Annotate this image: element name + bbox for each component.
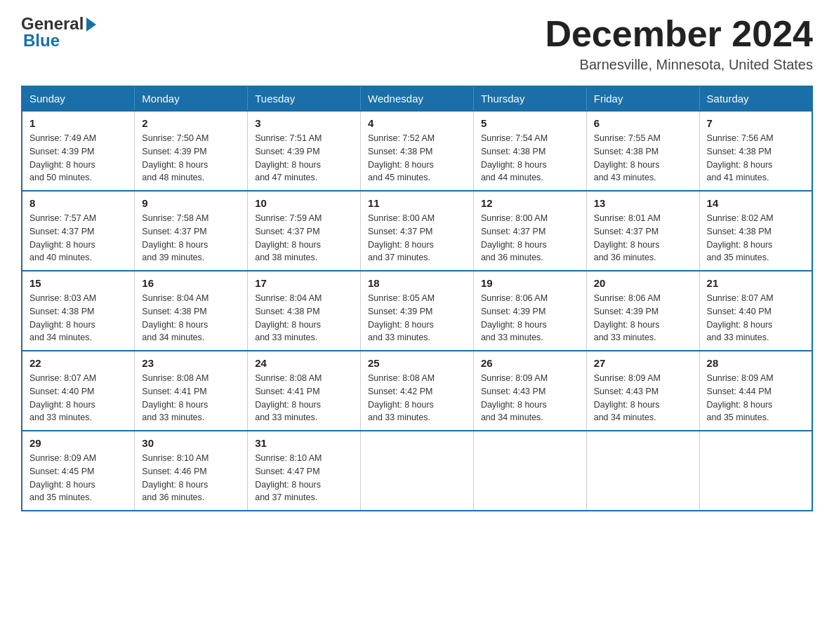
day-info: Sunrise: 7:49 AMSunset: 4:39 PMDaylight:… [29, 132, 127, 185]
day-info: Sunrise: 8:09 AMSunset: 4:45 PMDaylight:… [29, 452, 127, 504]
day-info: Sunrise: 7:52 AMSunset: 4:38 PMDaylight:… [368, 132, 466, 185]
day-number: 25 [368, 357, 466, 369]
calendar-header-row: Sunday Monday Tuesday Wednesday Thursday… [22, 86, 812, 111]
logo: General Blue [21, 14, 96, 51]
location-subtitle: Barnesville, Minnesota, United States [545, 57, 813, 73]
day-number: 10 [255, 197, 353, 209]
calendar-week-row: 15 Sunrise: 8:03 AMSunset: 4:38 PMDaylig… [22, 271, 812, 351]
calendar-week-row: 22 Sunrise: 8:07 AMSunset: 4:40 PMDaylig… [22, 351, 812, 431]
calendar-day-cell: 25 Sunrise: 8:08 AMSunset: 4:42 PMDaylig… [361, 351, 474, 431]
month-title: December 2024 [545, 14, 813, 54]
day-number: 15 [29, 277, 127, 289]
day-info: Sunrise: 8:00 AMSunset: 4:37 PMDaylight:… [481, 212, 579, 264]
calendar-day-cell: 9 Sunrise: 7:58 AMSunset: 4:37 PMDayligh… [135, 191, 248, 271]
day-number: 17 [255, 277, 353, 289]
day-info: Sunrise: 8:06 AMSunset: 4:39 PMDaylight:… [594, 292, 692, 344]
day-info: Sunrise: 7:56 AMSunset: 4:38 PMDaylight:… [707, 132, 805, 185]
calendar-day-cell: 26 Sunrise: 8:09 AMSunset: 4:43 PMDaylig… [473, 351, 586, 431]
calendar-week-row: 8 Sunrise: 7:57 AMSunset: 4:37 PMDayligh… [22, 191, 812, 271]
day-number: 31 [255, 437, 353, 449]
day-info: Sunrise: 8:09 AMSunset: 4:43 PMDaylight:… [481, 372, 579, 424]
calendar-day-cell: 21 Sunrise: 8:07 AMSunset: 4:40 PMDaylig… [699, 271, 812, 351]
calendar-day-cell: 7 Sunrise: 7:56 AMSunset: 4:38 PMDayligh… [699, 111, 812, 191]
col-tuesday: Tuesday [248, 86, 361, 111]
day-number: 1 [29, 117, 127, 129]
calendar-day-cell: 19 Sunrise: 8:06 AMSunset: 4:39 PMDaylig… [473, 271, 586, 351]
day-info: Sunrise: 8:00 AMSunset: 4:37 PMDaylight:… [368, 212, 466, 264]
day-number: 2 [142, 117, 240, 129]
day-number: 4 [368, 117, 466, 129]
calendar-day-cell [699, 431, 812, 511]
day-number: 6 [594, 117, 692, 129]
calendar-day-cell: 15 Sunrise: 8:03 AMSunset: 4:38 PMDaylig… [22, 271, 135, 351]
calendar-day-cell: 8 Sunrise: 7:57 AMSunset: 4:37 PMDayligh… [22, 191, 135, 271]
day-number: 27 [594, 357, 692, 369]
day-number: 13 [594, 197, 692, 209]
day-number: 18 [368, 277, 466, 289]
day-info: Sunrise: 7:55 AMSunset: 4:38 PMDaylight:… [594, 132, 692, 185]
calendar-day-cell [586, 431, 699, 511]
col-friday: Friday [586, 86, 699, 111]
calendar-day-cell [473, 431, 586, 511]
calendar-day-cell: 1 Sunrise: 7:49 AMSunset: 4:39 PMDayligh… [22, 111, 135, 191]
calendar-day-cell: 27 Sunrise: 8:09 AMSunset: 4:43 PMDaylig… [586, 351, 699, 431]
day-info: Sunrise: 7:57 AMSunset: 4:37 PMDaylight:… [29, 212, 127, 264]
day-info: Sunrise: 8:10 AMSunset: 4:47 PMDaylight:… [255, 452, 353, 504]
page-header: General Blue December 2024 Barnesville, … [21, 14, 813, 73]
day-number: 12 [481, 197, 579, 209]
col-saturday: Saturday [699, 86, 812, 111]
calendar-day-cell: 13 Sunrise: 8:01 AMSunset: 4:37 PMDaylig… [586, 191, 699, 271]
day-number: 29 [29, 437, 127, 449]
day-number: 19 [481, 277, 579, 289]
calendar-day-cell: 31 Sunrise: 8:10 AMSunset: 4:47 PMDaylig… [248, 431, 361, 511]
calendar-day-cell: 22 Sunrise: 8:07 AMSunset: 4:40 PMDaylig… [22, 351, 135, 431]
day-info: Sunrise: 8:07 AMSunset: 4:40 PMDaylight:… [707, 292, 805, 344]
logo-blue-text: Blue [23, 31, 96, 51]
day-info: Sunrise: 8:08 AMSunset: 4:42 PMDaylight:… [368, 372, 466, 424]
day-number: 26 [481, 357, 579, 369]
calendar-day-cell: 24 Sunrise: 8:08 AMSunset: 4:41 PMDaylig… [248, 351, 361, 431]
day-info: Sunrise: 8:09 AMSunset: 4:43 PMDaylight:… [594, 372, 692, 424]
day-number: 5 [481, 117, 579, 129]
day-number: 16 [142, 277, 240, 289]
col-monday: Monday [135, 86, 248, 111]
day-info: Sunrise: 8:08 AMSunset: 4:41 PMDaylight:… [142, 372, 240, 424]
day-info: Sunrise: 8:02 AMSunset: 4:38 PMDaylight:… [707, 212, 805, 264]
calendar-day-cell: 11 Sunrise: 8:00 AMSunset: 4:37 PMDaylig… [361, 191, 474, 271]
day-info: Sunrise: 7:50 AMSunset: 4:39 PMDaylight:… [142, 132, 240, 185]
calendar-day-cell: 5 Sunrise: 7:54 AMSunset: 4:38 PMDayligh… [473, 111, 586, 191]
day-info: Sunrise: 8:04 AMSunset: 4:38 PMDaylight:… [142, 292, 240, 344]
calendar-day-cell: 29 Sunrise: 8:09 AMSunset: 4:45 PMDaylig… [22, 431, 135, 511]
calendar-day-cell: 18 Sunrise: 8:05 AMSunset: 4:39 PMDaylig… [361, 271, 474, 351]
day-info: Sunrise: 8:04 AMSunset: 4:38 PMDaylight:… [255, 292, 353, 344]
day-info: Sunrise: 8:06 AMSunset: 4:39 PMDaylight:… [481, 292, 579, 344]
day-info: Sunrise: 7:51 AMSunset: 4:39 PMDaylight:… [255, 132, 353, 185]
logo-arrow-icon [86, 18, 96, 32]
day-info: Sunrise: 8:09 AMSunset: 4:44 PMDaylight:… [707, 372, 805, 424]
calendar-week-row: 1 Sunrise: 7:49 AMSunset: 4:39 PMDayligh… [22, 111, 812, 191]
day-number: 3 [255, 117, 353, 129]
day-number: 30 [142, 437, 240, 449]
day-number: 14 [707, 197, 805, 209]
calendar-table: Sunday Monday Tuesday Wednesday Thursday… [21, 86, 813, 511]
day-info: Sunrise: 8:10 AMSunset: 4:46 PMDaylight:… [142, 452, 240, 504]
col-thursday: Thursday [473, 86, 586, 111]
calendar-day-cell: 14 Sunrise: 8:02 AMSunset: 4:38 PMDaylig… [699, 191, 812, 271]
calendar-day-cell: 23 Sunrise: 8:08 AMSunset: 4:41 PMDaylig… [135, 351, 248, 431]
day-number: 28 [707, 357, 805, 369]
col-wednesday: Wednesday [361, 86, 474, 111]
calendar-day-cell: 6 Sunrise: 7:55 AMSunset: 4:38 PMDayligh… [586, 111, 699, 191]
calendar-day-cell: 30 Sunrise: 8:10 AMSunset: 4:46 PMDaylig… [135, 431, 248, 511]
calendar-week-row: 29 Sunrise: 8:09 AMSunset: 4:45 PMDaylig… [22, 431, 812, 511]
day-number: 21 [707, 277, 805, 289]
day-number: 23 [142, 357, 240, 369]
calendar-day-cell: 20 Sunrise: 8:06 AMSunset: 4:39 PMDaylig… [586, 271, 699, 351]
day-number: 8 [29, 197, 127, 209]
day-number: 24 [255, 357, 353, 369]
calendar-day-cell: 12 Sunrise: 8:00 AMSunset: 4:37 PMDaylig… [473, 191, 586, 271]
day-number: 7 [707, 117, 805, 129]
day-info: Sunrise: 8:07 AMSunset: 4:40 PMDaylight:… [29, 372, 127, 424]
day-info: Sunrise: 7:54 AMSunset: 4:38 PMDaylight:… [481, 132, 579, 185]
calendar-day-cell: 3 Sunrise: 7:51 AMSunset: 4:39 PMDayligh… [248, 111, 361, 191]
calendar-day-cell [361, 431, 474, 511]
